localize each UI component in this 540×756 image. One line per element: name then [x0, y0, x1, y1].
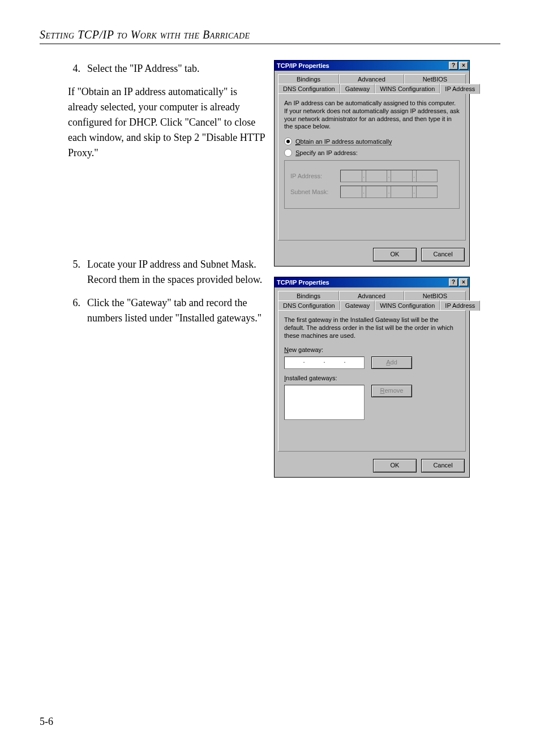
ok-button[interactable]: OK — [373, 459, 417, 472]
help-button[interactable]: ? — [449, 62, 458, 70]
radio-specify[interactable]: Specify an IP address: — [284, 149, 460, 157]
step-number: 6. — [68, 295, 80, 326]
titlebar[interactable]: TCP/IP Properties ? × — [275, 277, 469, 287]
ok-button[interactable]: OK — [373, 248, 417, 261]
step-number: 4. — [68, 61, 80, 76]
tab-gateway[interactable]: Gateway — [340, 84, 375, 94]
ip-address-label: IP Address: — [290, 173, 336, 179]
step-text: Click the "Gateway" tab and record the n… — [87, 295, 266, 326]
tab-strip: Bindings Advanced NetBIOS DNS Configurat… — [275, 71, 469, 94]
tab-netbios[interactable]: NetBIOS — [404, 291, 466, 300]
installed-gateways-label: Installed gateways: — [284, 375, 460, 381]
ip-address-input: . . . — [340, 170, 438, 182]
tab-bindings[interactable]: Bindings — [278, 74, 339, 84]
radio-label: OObtain an IP address automaticallybtain… — [295, 138, 392, 145]
tab-gateway[interactable]: Gateway — [340, 300, 375, 311]
step-text: Select the "IP Address" tab. — [87, 61, 266, 76]
tab-netbios[interactable]: NetBIOS — [404, 74, 466, 84]
divider — [40, 44, 500, 44]
step-5: 5. Locate your IP address and Subnet Mas… — [68, 257, 266, 287]
section-header: Setting TCP/IP to Work with the Barricad… — [40, 28, 500, 41]
close-button[interactable]: × — [459, 278, 468, 286]
ip-note: An IP address can be automatically assig… — [284, 100, 460, 131]
tab-strip: Bindings Advanced NetBIOS DNS Configurat… — [275, 287, 469, 311]
step-number: 5. — [68, 257, 80, 287]
step-6: 6. Click the "Gateway" tab and record th… — [68, 295, 266, 326]
titlebar[interactable]: TCP/IP Properties ? × — [275, 61, 469, 71]
tcpip-properties-dialog-ip: TCP/IP Properties ? × Bindings Advanced … — [274, 60, 470, 267]
installed-gateways-list[interactable] — [284, 385, 365, 420]
tab-advanced[interactable]: Advanced — [339, 74, 404, 84]
new-gateway-input[interactable]: . . . — [284, 356, 365, 369]
subnet-mask-label: Subnet Mask: — [290, 188, 336, 195]
step-4: 4. Select the "IP Address" tab. — [68, 61, 266, 76]
step-text: Locate your IP address and Subnet Mask. … — [87, 257, 266, 287]
tab-wins[interactable]: WINS Configuration — [375, 300, 440, 311]
step-4-paragraph: If "Obtain an IP address automatically" … — [68, 84, 266, 161]
cancel-button[interactable]: Cancel — [421, 459, 465, 472]
window-title: TCP/IP Properties — [276, 62, 448, 69]
radio-obtain-auto[interactable]: OObtain an IP address automaticallybtain… — [284, 138, 460, 145]
tab-panel: An IP address can be automatically assig… — [278, 93, 466, 240]
radio-icon — [284, 138, 292, 145]
window-title: TCP/IP Properties — [276, 279, 448, 286]
tab-wins[interactable]: WINS Configuration — [375, 84, 440, 94]
help-button[interactable]: ? — [449, 278, 458, 286]
new-gateway-label: New gateway: — [284, 346, 460, 353]
add-button[interactable]: Add — [371, 356, 412, 369]
tab-advanced[interactable]: Advanced — [339, 291, 404, 300]
cancel-button[interactable]: Cancel — [421, 248, 465, 261]
close-button[interactable]: × — [459, 62, 468, 70]
subnet-mask-input: . . . — [340, 186, 438, 198]
radio-icon — [284, 149, 292, 157]
tab-ip-address[interactable]: IP Address — [440, 84, 480, 94]
tcpip-properties-dialog-gateway: TCP/IP Properties ? × Bindings Advanced … — [274, 277, 470, 478]
page-number: 5-6 — [40, 716, 53, 728]
tab-bindings[interactable]: Bindings — [278, 291, 339, 300]
tab-ip-address[interactable]: IP Address — [440, 300, 480, 311]
radio-label: Specify an IP address: — [295, 149, 358, 156]
specify-group: IP Address: . . . Subnet Mask: . — [284, 160, 460, 209]
remove-button[interactable]: Remove — [371, 385, 412, 397]
tab-panel: The first gateway in the Installed Gatew… — [278, 310, 466, 452]
tab-dns[interactable]: DNS Configuration — [278, 300, 340, 311]
gateway-note: The first gateway in the Installed Gatew… — [284, 316, 460, 340]
tab-dns[interactable]: DNS Configuration — [278, 84, 340, 94]
